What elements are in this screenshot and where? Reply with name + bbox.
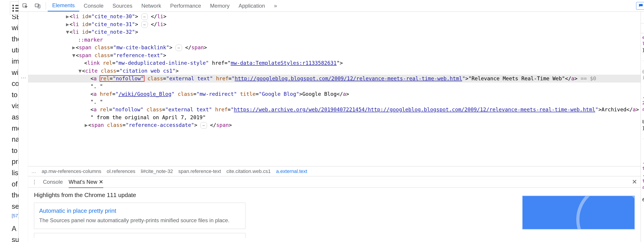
card-body: The Sources panel now automatically pret… <box>39 216 240 224</box>
crumb-more[interactable]: … <box>31 168 36 174</box>
promo-image <box>522 196 635 230</box>
issues-badge[interactable]: 1 <box>636 2 644 10</box>
crumb-item[interactable]: span.reference-text <box>178 168 221 174</box>
crumb-selected[interactable]: a.external.text <box>276 168 307 174</box>
tab-elements[interactable]: Elements <box>48 0 79 12</box>
devtools-toolbar: Elements Console Sources Network Perform… <box>19 0 644 12</box>
ref-57[interactable]: [57] <box>12 213 18 218</box>
tab-more[interactable]: » <box>270 0 282 12</box>
device-toggle-icon[interactable] <box>34 2 42 10</box>
tab-network[interactable]: Network <box>137 0 166 12</box>
styles-body[interactable]: element.sty le { } @media (max-width: 71… <box>641 33 644 242</box>
close-icon[interactable]: ✕ <box>632 178 637 186</box>
crumb-item[interactable]: ap.mw-references-columns <box>42 168 101 174</box>
close-icon[interactable]: ✕ <box>99 179 103 185</box>
kebab-icon[interactable]: ⋮ <box>32 179 37 185</box>
devtools-panel: Elements Console Sources Network Perform… <box>18 0 644 242</box>
crumb-item[interactable]: cite.citation.web.cs1 <box>226 168 271 174</box>
drawer-tab-whatsnew[interactable]: What's New ✕ <box>69 179 103 188</box>
tab-performance[interactable]: Performance <box>166 0 206 12</box>
drawer-tab-console[interactable]: Console <box>43 179 63 185</box>
crumb-item[interactable]: ol.references <box>107 168 135 174</box>
breadcrumb[interactable]: … ap.mw-references-columns ol.references… <box>28 166 640 176</box>
tab-console[interactable]: Console <box>79 0 108 12</box>
article-pane: regard SEM with the utmost importance wi… <box>0 0 18 242</box>
whatsnew-card[interactable]: Automatic in place pretty print The Sour… <box>34 203 246 229</box>
dom-gutter: ⋯ <box>19 12 28 242</box>
toc-toggle-icon[interactable] <box>10 1 18 15</box>
devtools-tabs: Elements Console Sources Network Perform… <box>48 0 282 12</box>
tab-application[interactable]: Application <box>234 0 269 12</box>
crumb-item[interactable]: li#cite_note-32 <box>141 168 173 174</box>
styles-sidebar: Styles » :hov .cls - element.sty le { } … <box>640 12 644 242</box>
dom-panel: ▶<li id="cite_note-30"> ⋯ </li> ▶<li id=… <box>28 12 640 242</box>
tab-sources[interactable]: Sources <box>108 0 137 12</box>
card-title: Automatic in place pretty print <box>39 207 240 214</box>
drawer: ⋮ Console What's New ✕ ✕ Highlights from… <box>28 176 640 242</box>
dom-tree[interactable]: ▶<li id="cite_note-30"> ⋯ </li> ▶<li id=… <box>28 12 640 166</box>
whatsnew-headline: Highlights from the Chrome 111 update <box>34 192 513 198</box>
inspect-icon[interactable] <box>21 2 29 10</box>
tab-memory[interactable]: Memory <box>206 0 234 12</box>
drawer-tabs: ⋮ Console What's New ✕ ✕ <box>28 176 640 188</box>
